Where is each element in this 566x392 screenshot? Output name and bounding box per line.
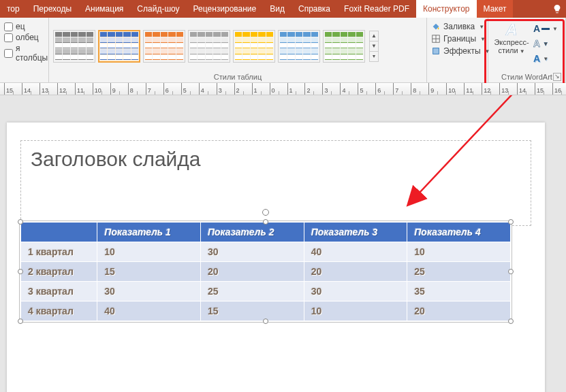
tab-slideshow[interactable]: Слайд-шоу	[130, 0, 186, 18]
tell-me-bulb-icon[interactable]	[548, 0, 566, 18]
ruler-tick-label: 10	[95, 87, 101, 94]
svg-rect-3	[433, 48, 439, 54]
resize-handle-e[interactable]	[508, 269, 514, 274]
table-style-gallery[interactable]	[53, 27, 365, 65]
shading-button[interactable]: Заливка▼	[431, 20, 484, 33]
text-fill-button[interactable]: A▼	[532, 22, 559, 35]
tab-partial-left[interactable]: тор	[0, 0, 27, 18]
gallery-more-icon[interactable]: ▾	[370, 52, 378, 61]
borders-button[interactable]: Границы▼	[431, 33, 484, 45]
tab-foxit[interactable]: Foxit Reader PDF	[337, 0, 416, 18]
horizontal-ruler[interactable]: 1514131211109876543210123456789101112131…	[0, 83, 566, 95]
rotate-handle[interactable]	[262, 209, 269, 216]
tab-help[interactable]: Справка	[292, 0, 337, 18]
table-style-thumb[interactable]	[233, 30, 275, 63]
table-selection[interactable]: Показатель 1Показатель 2Показатель 3Пока…	[20, 222, 511, 321]
resize-handle-w[interactable]	[18, 269, 23, 274]
ruler-tick-label: 8	[413, 87, 416, 94]
ruler-tick-label: 9	[430, 87, 434, 94]
ruler-tick-label: 11	[77, 87, 84, 94]
table-style-thumb[interactable]	[143, 30, 185, 63]
ruler-tick-label: 13	[42, 87, 48, 94]
resize-handle-ne[interactable]	[508, 219, 514, 225]
effects-label: Эффекты	[443, 46, 481, 56]
ruler-tick-label: 7	[395, 87, 398, 94]
wordart-styles-label: Стили WordArt ↘	[492, 71, 561, 82]
table-styles-group: ▲ ▼ ▾ Стили таблиц	[49, 18, 427, 82]
opt-label-partial-3: я столбцы	[16, 44, 48, 63]
resize-handle-se[interactable]	[508, 318, 514, 324]
table-style-thumb[interactable]	[278, 30, 320, 63]
resize-handle-sw[interactable]	[18, 318, 23, 324]
ruler-tick-label: 14	[519, 87, 526, 94]
text-effects-button[interactable]: A▼	[532, 52, 559, 65]
resize-handle-n[interactable]	[263, 219, 268, 225]
chevron-down-icon: ▼	[552, 26, 558, 32]
gallery-scroll[interactable]: ▲ ▼ ▾	[369, 31, 379, 62]
table-style-thumb[interactable]	[323, 30, 365, 63]
text-outline-button[interactable]: A▼	[532, 37, 559, 50]
resize-handle-s[interactable]	[263, 318, 268, 324]
ruler-tick-label: 14	[24, 87, 31, 94]
paint-bucket-icon	[431, 22, 441, 31]
slide-title-text: Заголовок слайда	[31, 148, 521, 171]
borders-label: Границы	[443, 34, 476, 44]
tab-table-layout[interactable]: Макет	[477, 0, 514, 18]
tab-review[interactable]: Рецензирование	[187, 0, 264, 18]
opt-banded-cols-check[interactable]	[4, 49, 13, 58]
effects-button[interactable]: Эффекты▼	[431, 45, 484, 57]
ruler-tick-label: 2	[236, 87, 240, 94]
chevron-down-icon: ▼	[520, 48, 525, 54]
wordart-styles-group: A Экспресс-стили▼ A▼ A▼ A▼ Стили WordArt…	[488, 18, 566, 82]
wordart-dialog-launcher[interactable]: ↘	[553, 73, 561, 81]
ruler-tick-label: 4	[342, 87, 345, 94]
title-placeholder[interactable]: Заголовок слайда	[20, 140, 531, 226]
ruler-tick-label: 5	[183, 87, 187, 94]
chevron-down-icon: ▼	[543, 56, 548, 62]
opt-first-row-check[interactable]	[4, 22, 13, 31]
borders-icon	[431, 34, 441, 44]
ruler-tick-label: 11	[466, 87, 473, 94]
ruler-tick-label: 0	[272, 87, 275, 94]
selection-border	[19, 220, 512, 323]
shading-label: Заливка	[443, 22, 475, 31]
tab-view[interactable]: Вид	[263, 0, 292, 18]
table-style-thumb[interactable]	[53, 30, 95, 63]
slide-canvas[interactable]: Заголовок слайда Показатель 1Показатель …	[7, 122, 545, 392]
ruler-tick-label: 6	[377, 87, 381, 94]
table-style-thumb[interactable]	[188, 30, 230, 63]
gallery-down-icon[interactable]: ▼	[370, 41, 378, 52]
ruler-tick-label: 1	[254, 87, 257, 94]
tab-table-design[interactable]: Конструктор	[416, 0, 476, 18]
resize-handle-nw[interactable]	[18, 219, 23, 225]
ruler-tick-label: 16	[554, 87, 561, 94]
ruler-tick-label: 7	[148, 87, 151, 94]
tab-animation[interactable]: Анимация	[78, 0, 130, 18]
ruler-tick-label: 1	[289, 87, 293, 94]
table-style-options-group: ец олбец я столбцы	[0, 18, 49, 82]
ruler-tick-label: 13	[501, 87, 508, 94]
effects-icon	[431, 46, 441, 56]
ruler-tick-label: 12	[59, 87, 66, 94]
tab-transitions[interactable]: Переходы	[27, 0, 78, 18]
chevron-down-icon: ▼	[480, 36, 486, 42]
chevron-down-icon: ▼	[479, 24, 484, 30]
ruler-tick-label: 5	[360, 87, 363, 94]
opt-first-col-check[interactable]	[4, 33, 13, 42]
gallery-up-icon[interactable]: ▲	[370, 31, 378, 41]
tab-bar: тор Переходы Анимация Слайд-шоу Рецензир…	[0, 0, 566, 18]
ruler-tick-label: 3	[219, 87, 222, 94]
ruler-tick-label: 3	[324, 87, 328, 94]
table-style-thumb[interactable]	[98, 30, 140, 63]
table-styles-label: Стили таблиц	[53, 71, 422, 82]
wordart-a-icon: A	[492, 22, 531, 38]
ruler-tick-label: 6	[166, 87, 169, 94]
ruler-tick-label: 8	[130, 87, 133, 94]
chevron-down-icon: ▼	[543, 41, 548, 47]
ruler-tick-label: 9	[112, 87, 116, 94]
shading-borders-group: Заливка▼ Границы▼ Эффекты▼	[427, 18, 488, 82]
ruler-tick-label: 15	[6, 87, 13, 94]
ruler-tick-label: 2	[306, 87, 310, 94]
opt-label-partial-2: олбец	[16, 33, 39, 42]
wordart-quick-styles-button[interactable]: A Экспресс-стили▼	[492, 22, 531, 54]
